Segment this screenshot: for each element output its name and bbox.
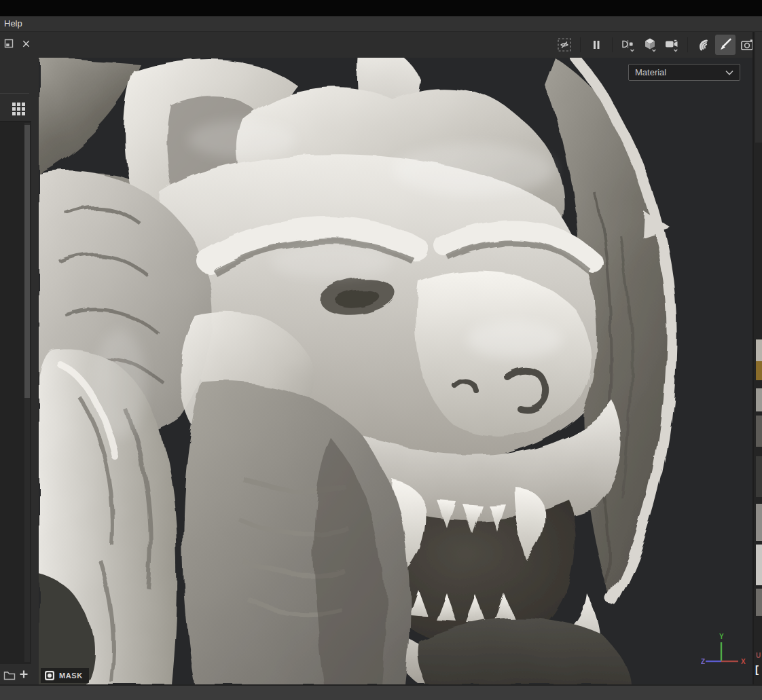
gizmo-z-label: Z [701, 658, 705, 665]
layers-scrollbar[interactable] [24, 123, 30, 662]
shading-mode-value: Material [635, 67, 666, 77]
asset-thumbnail-sliver[interactable] [756, 416, 762, 447]
uv-u-axis-label: U [756, 652, 761, 659]
paint-brush-tool-button[interactable] [715, 35, 736, 55]
float-panel-icon [4, 39, 14, 48]
left-dock [0, 32, 39, 684]
toolbar-separator [580, 37, 581, 52]
eye-off-dashed-icon [556, 37, 573, 53]
asset-thumbnail-sliver[interactable] [756, 456, 762, 497]
asset-thumbnail-sliver[interactable] [756, 545, 762, 585]
viewport-3d[interactable]: Material MASK Y X Z [39, 58, 752, 684]
add-layer-icon [19, 669, 29, 679]
mask-icon [45, 671, 54, 680]
add-folder-button[interactable] [3, 669, 16, 681]
view-layout-icon [619, 36, 637, 54]
grid-view-icon [12, 103, 26, 116]
right-panel-strip: U [ [752, 32, 762, 684]
main-toolbar [39, 32, 762, 58]
menu-help[interactable]: Help [0, 16, 26, 31]
layers-scrollbar-thumb[interactable] [24, 125, 30, 398]
asset-thumbnail-sliver[interactable] [756, 504, 762, 541]
asset-thumbnail-sliver[interactable] [756, 388, 762, 411]
bottom-dock-bar [0, 684, 762, 700]
gizmo-y-label: Y [719, 633, 724, 640]
gargoyle-model-render [39, 58, 752, 684]
mask-channel-badge: MASK [41, 668, 89, 683]
camera-dropdown[interactable] [661, 35, 682, 55]
close-icon [22, 39, 31, 48]
chevron-down-icon [725, 70, 733, 75]
video-camera-icon [663, 36, 681, 54]
grid-view-button[interactable] [9, 99, 29, 119]
pause-engine-button[interactable] [586, 35, 606, 55]
mask-badge-label: MASK [59, 671, 83, 680]
title-bar [0, 0, 762, 16]
add-folder-icon [3, 670, 16, 680]
camera-projection-dropdown[interactable] [640, 35, 660, 55]
axis-gizmo[interactable]: Y X Z [701, 631, 750, 674]
layers-panel [0, 121, 31, 664]
isolate-selection-toggle[interactable] [554, 35, 575, 55]
right-panel-header-sliver [755, 32, 762, 143]
bracket-glyph: [ [755, 663, 759, 675]
menu-bar: Help [0, 16, 762, 32]
toolbar-separator [687, 37, 688, 52]
particles-tool-button[interactable] [693, 35, 714, 55]
shading-mode-dropdown[interactable]: Material [628, 64, 740, 81]
particles-swirl-icon [695, 37, 712, 53]
application-window: Help [0, 0, 762, 700]
view-layout-dropdown[interactable] [618, 35, 638, 55]
perspective-cube-icon [641, 36, 659, 54]
add-layer-button[interactable] [18, 668, 30, 680]
pause-icon [589, 37, 604, 52]
float-panel-button[interactable] [3, 37, 15, 50]
close-panel-button[interactable] [20, 37, 32, 50]
asset-thumbnail-sliver[interactable] [756, 589, 762, 616]
gizmo-x-label: X [741, 658, 746, 665]
paint-brush-icon [717, 37, 733, 53]
dock-divider [0, 93, 29, 94]
asset-thumbnail-sliver[interactable] [756, 361, 762, 380]
toolbar-separator [612, 37, 613, 52]
